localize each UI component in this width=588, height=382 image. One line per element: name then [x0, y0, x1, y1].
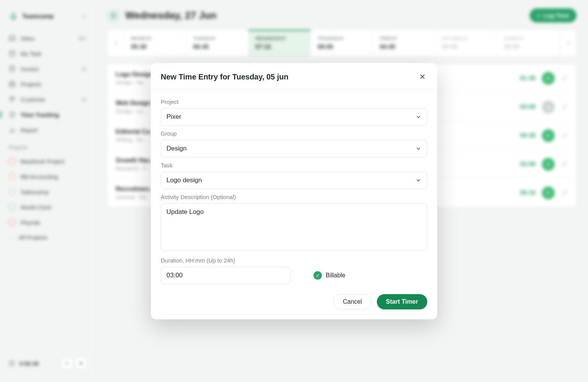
- project-label: Project: [161, 99, 427, 105]
- duration-label: Duration, HH:mm (Up to 24h): [161, 257, 427, 264]
- project-select[interactable]: Pixer: [161, 108, 427, 126]
- modal-overlay: New Time Entry for Tuesday, 05 jun ✕ Pro…: [0, 0, 588, 382]
- billable-toggle[interactable]: ✓ Billable: [313, 271, 346, 280]
- group-select[interactable]: Design: [161, 140, 427, 157]
- activity-label: Activity Description (Optional): [161, 194, 427, 200]
- close-icon: ✕: [419, 73, 426, 81]
- chevron-down-icon: [415, 114, 422, 120]
- task-label: Task: [161, 162, 427, 168]
- close-button[interactable]: ✕: [418, 71, 427, 83]
- chevron-down-icon: [415, 177, 422, 183]
- cancel-button[interactable]: Cancel: [333, 294, 372, 309]
- activity-textarea[interactable]: [161, 203, 427, 251]
- check-icon: ✓: [313, 271, 322, 280]
- modal-title: New Time Entry for Tuesday, 05 jun: [161, 73, 289, 81]
- chevron-down-icon: [415, 146, 422, 152]
- duration-input[interactable]: [161, 267, 291, 284]
- new-time-entry-modal: New Time Entry for Tuesday, 05 jun ✕ Pro…: [151, 63, 437, 319]
- group-label: Group: [161, 130, 427, 137]
- task-select[interactable]: Logo design: [161, 172, 427, 189]
- start-timer-button[interactable]: Start Timer: [377, 294, 427, 309]
